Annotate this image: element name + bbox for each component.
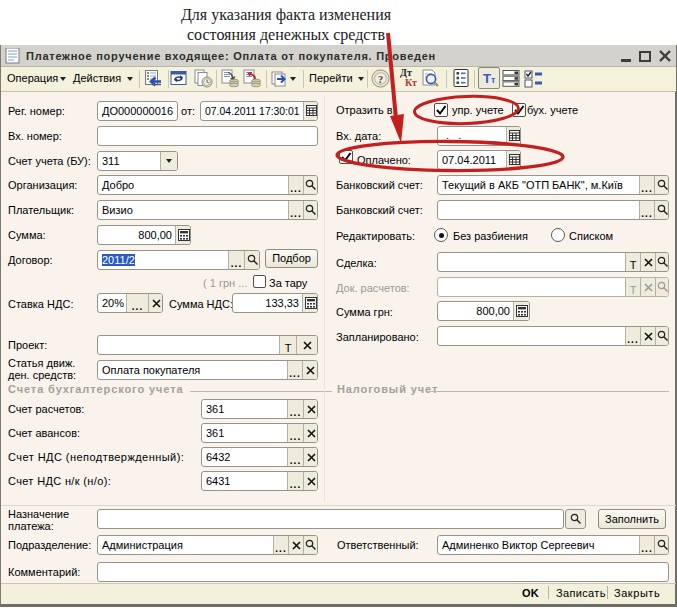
svg-text:?: ? bbox=[378, 73, 384, 85]
